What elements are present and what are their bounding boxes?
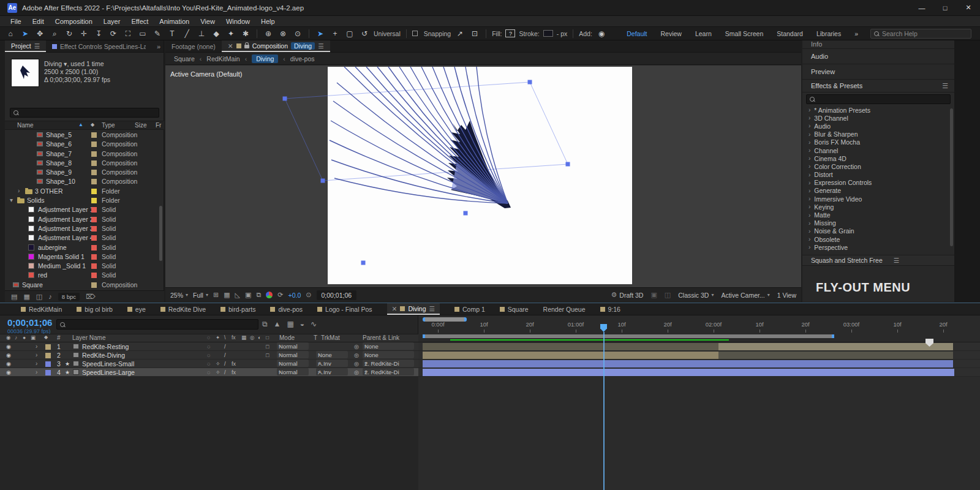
workspace-libraries[interactable]: Libraries — [816, 30, 841, 37]
expander-icon[interactable]: › — [18, 187, 20, 194]
track-row-1[interactable] — [418, 342, 980, 351]
project-row-shape-6[interactable]: Shape_6Composition — [5, 140, 164, 149]
trash-icon[interactable]: ⌦ — [86, 293, 96, 301]
layer-label-chip[interactable] — [45, 370, 51, 375]
sort-ascending-icon[interactable]: ▲ — [78, 122, 83, 127]
dolly-camera-tool-icon[interactable]: ↧ — [93, 28, 104, 40]
label-color-chip[interactable] — [91, 226, 97, 232]
effects-category-boris-fx-mocha[interactable]: ›Boris FX Mocha — [802, 138, 954, 146]
layer-row-speedlines-large[interactable]: ◉›4★SpeedLines-Large◌✧/fxNormal▾A.Inv▾◎2… — [0, 368, 418, 377]
stroke-swatch[interactable] — [543, 30, 553, 37]
blend-mode-dropdown[interactable]: Normal▾ — [277, 360, 309, 367]
layer-row-redkite-resting[interactable]: ◉›1RedKite-Resting◌/□Normal▾◎None▾ — [0, 342, 418, 351]
fill-swatch[interactable]: ? — [505, 29, 515, 37]
layer-label-chip[interactable] — [45, 344, 51, 350]
breadcrumb-dive-pos[interactable]: dive-pos — [290, 55, 315, 62]
close-tab-icon[interactable]: ✕ — [228, 42, 233, 50]
effects-category-noise-grain[interactable]: ›Noise & Grain — [802, 227, 954, 235]
adjust-icon[interactable]: ♪ — [48, 293, 52, 300]
parent-dropdown[interactable]: None▾ — [363, 351, 414, 358]
panel-menu-icon[interactable]: ☰ — [34, 42, 40, 50]
layer-switch-icon[interactable]: / — [224, 342, 226, 351]
mask-visibility-icon[interactable]: ◺ — [235, 291, 240, 299]
layer-row-redkite-diving[interactable]: ◉›2RedKite-Diving◌/□Normal▾None▾◎None▾ — [0, 351, 418, 360]
selected-item-name[interactable]: Diving — [44, 60, 62, 67]
trkmat-dropdown[interactable]: A.Inv▾ — [316, 368, 348, 375]
stroke-width-value[interactable]: - px — [557, 30, 568, 37]
tab-effect-controls[interactable]: Effect Controls SpeedLines-Larg — [46, 40, 152, 52]
channel-icon[interactable] — [266, 292, 273, 298]
eye-icon[interactable]: ◉ — [6, 342, 11, 351]
project-row-magenta-solid-1[interactable]: Magenta Solid 1Solid — [5, 252, 164, 262]
label-color-chip[interactable] — [91, 273, 97, 278]
add-icon[interactable]: ◉ — [596, 28, 607, 40]
current-time-display[interactable]: 0;00;01;06 — [7, 317, 52, 328]
menu-animation[interactable]: Animation — [154, 18, 195, 25]
project-row-red[interactable]: redSolid — [5, 271, 164, 280]
timeline-tab-square[interactable]: Square — [500, 303, 529, 315]
layer-switch-icon[interactable]: fx — [232, 360, 236, 368]
menu-file[interactable]: File — [5, 18, 27, 25]
project-list-header[interactable]: Name ▲ ◆ Type Size Fr — [5, 121, 164, 130]
effects-category-keying[interactable]: ›Keying — [802, 203, 954, 211]
puppet-pin-tool-icon[interactable]: ✱ — [240, 28, 251, 40]
tab-footage[interactable]: Footage (none) — [165, 40, 222, 52]
breadcrumb-square[interactable]: Square — [174, 55, 195, 62]
roto-brush-tool-icon[interactable]: ✦ — [225, 28, 236, 40]
hand-tool-icon[interactable]: ✥ — [34, 28, 45, 40]
pickwhip-icon[interactable]: ◎ — [354, 342, 359, 351]
breadcrumb-redkitmain[interactable]: RedKitMain — [206, 55, 239, 62]
timeline-search-input[interactable] — [56, 319, 258, 330]
fill-label[interactable]: Fill: — [492, 30, 502, 37]
minimize-button[interactable]: — — [910, 0, 933, 16]
snapshot-icon[interactable]: ⊙ — [306, 291, 311, 299]
stroke-label[interactable]: Stroke: — [519, 30, 539, 37]
menu-layer[interactable]: Layer — [98, 18, 126, 25]
breadcrumb-diving[interactable]: Diving — [252, 55, 278, 63]
layer-switch-icon[interactable]: ✧ — [216, 368, 221, 377]
layer-switch-icon[interactable]: ✧ — [216, 360, 221, 368]
pen-tool-icon[interactable]: ✎ — [152, 28, 163, 40]
comp-name-highlight[interactable]: Diving — [291, 42, 315, 50]
menu-window[interactable]: Window — [221, 18, 255, 25]
panel-menu-icon[interactable]: ☰ — [942, 82, 948, 90]
eye-icon[interactable]: ◉ — [6, 360, 11, 368]
workspace-standard[interactable]: Standard — [777, 30, 803, 37]
interpret-footage-icon[interactable]: ▤ — [11, 293, 17, 301]
rectangle-tool-icon[interactable]: ▭ — [137, 28, 148, 40]
expander-icon[interactable]: › — [36, 360, 37, 368]
label-color-chip[interactable] — [91, 170, 97, 175]
eye-icon[interactable]: ◉ — [6, 351, 11, 360]
panel-tab-info[interactable]: Info — [802, 40, 954, 49]
renderer-dropdown[interactable]: Classic 3D▾ — [678, 292, 714, 299]
new-folder-icon[interactable]: ▦ — [23, 293, 29, 301]
effects-category-audio[interactable]: ›Audio — [802, 122, 954, 130]
effects-category-expression-controls[interactable]: ›Expression Controls — [802, 179, 954, 187]
pickwhip-icon[interactable]: ◎ — [354, 360, 359, 368]
tab-project[interactable]: Project☰ — [5, 40, 46, 52]
timeline-tab-redkitmain[interactable]: RedKitMain — [21, 303, 62, 315]
layer-row-speedlines-small[interactable]: ◉›3★SpeedLines-Small◌✧/fxNormal▾A.Inv▾◎2… — [0, 360, 418, 368]
three-d-switch-icon[interactable]: □ — [266, 351, 269, 360]
pan-under-cursor-tool-icon[interactable]: + — [330, 28, 341, 40]
panel-tab-audio[interactable]: Audio — [802, 49, 954, 64]
squash-stretch-panel[interactable]: Squash and Stretch Free ☰ — [802, 255, 954, 266]
draft-3d-icon[interactable]: ▲ — [274, 320, 281, 328]
label-color-chip[interactable] — [91, 217, 97, 222]
track-row-2[interactable] — [418, 351, 980, 360]
eye-icon[interactable]: ◉ — [6, 368, 11, 377]
draft-3d-toggle[interactable]: ⚙Draft 3D — [611, 291, 643, 299]
menu-view[interactable]: View — [195, 18, 221, 25]
expander-icon[interactable]: › — [36, 351, 37, 360]
menu-help[interactable]: Help — [255, 18, 281, 25]
close-button[interactable]: ✕ — [957, 0, 980, 16]
effects-category-distort[interactable]: ›Distort — [802, 171, 954, 179]
graph-editor-icon[interactable]: ∿ — [311, 320, 317, 328]
snap-angle-icon[interactable]: ↗ — [454, 28, 466, 40]
timeline-track-area[interactable]: 0:00f10f20f01:00f10f20f02:00f10f20f03:00… — [418, 315, 980, 490]
work-area-bar[interactable] — [423, 334, 834, 338]
label-color-chip[interactable] — [91, 245, 97, 251]
roi-icon[interactable]: ⊞ — [213, 291, 219, 299]
effects-presets-header[interactable]: Effects & Presets ☰ — [802, 80, 954, 92]
project-row-medium-solid-1[interactable]: Medium _Solid 1Solid — [5, 262, 164, 271]
